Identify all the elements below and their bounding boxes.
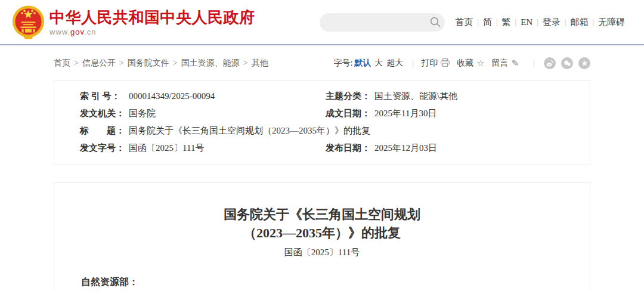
font-size-default[interactable]: 默认	[354, 58, 371, 69]
meta-agency-value: 国务院	[129, 105, 156, 122]
meta-row: 发文机关： 国务院 成文日期： 2025年11月30日	[54, 105, 590, 122]
weibo-share-icon[interactable]	[544, 57, 556, 69]
meta-agency-label: 发文机关：	[80, 105, 129, 122]
font-size-xlarge[interactable]: 超大	[386, 58, 403, 69]
meta-category-label: 主题分类：	[326, 88, 374, 105]
nav-mail[interactable]: 邮箱	[566, 17, 592, 28]
nav-simplified[interactable]: 简	[479, 17, 496, 28]
pencil-icon: ✎	[512, 59, 519, 68]
share-icons	[538, 57, 590, 69]
national-emblem-icon	[12, 5, 45, 41]
meta-index-label: 索 引 号：	[80, 88, 129, 105]
gov-logo[interactable]: 中华人民共和国中央人民政府 www.gov.cn	[12, 4, 255, 41]
page-tools: 字号: 默认 大 超大 | 打印 收藏 ☆ 留言 ✎ |	[333, 57, 590, 69]
toolbar-row: 首页 > 信息公开 > 国务院文件 > 国土资源、能源 > 其他 字号: 默认 …	[54, 57, 590, 70]
more-share-icon[interactable]	[578, 57, 590, 69]
breadcrumb-land-energy[interactable]: 国土资源、能源	[181, 58, 240, 69]
comment-button[interactable]: 留言 ✎	[492, 58, 519, 69]
breadcrumb-other[interactable]: 其他	[252, 58, 268, 69]
document-content-box: 国务院关于《长三角国土空间规划 （2023—2035年）》的批复 国函〔2025…	[54, 182, 590, 291]
meta-date-published-label: 发布日期：	[326, 140, 374, 157]
meta-date-published-value: 2025年12月03日	[374, 140, 437, 157]
site-title: 中华人民共和国中央人民政府	[49, 8, 255, 26]
site-url: www.gov.cn	[49, 27, 255, 36]
meta-doc-no-value: 国函〔2025〕111号	[129, 140, 204, 157]
meta-date-written-value: 2025年11月30日	[374, 105, 436, 122]
font-size-large[interactable]: 大	[374, 58, 383, 69]
meta-date-written-label: 成文日期：	[326, 105, 374, 122]
wechat-share-icon[interactable]	[561, 57, 573, 69]
nav-login[interactable]: 登录	[538, 17, 565, 28]
breadcrumb: 首页 > 信息公开 > 国务院文件 > 国土资源、能源 > 其他	[54, 58, 268, 69]
meta-row: 索 引 号： 000014349/2025-00094 主题分类： 国土资源、能…	[54, 88, 590, 105]
document-meta-box: 索 引 号： 000014349/2025-00094 主题分类： 国土资源、能…	[54, 81, 590, 165]
breadcrumb-state-council-docs[interactable]: 国务院文件	[128, 58, 169, 69]
document-number: 国函〔2025〕111号	[54, 247, 590, 258]
nav-english[interactable]: EN	[516, 17, 537, 27]
favorite-button[interactable]: 收藏 ☆	[457, 58, 484, 69]
breadcrumb-home[interactable]: 首页	[54, 58, 70, 69]
print-button[interactable]: 打印	[421, 58, 450, 69]
nav-accessibility[interactable]: 无障碍	[594, 17, 629, 28]
document-salutation: 自然资源部：	[81, 273, 563, 291]
meta-title-value: 国务院关于《长三角国土空间规划（2023—2035年）》的批复	[129, 122, 370, 140]
logo-text: 中华人民共和国中央人民政府 www.gov.cn	[49, 8, 255, 36]
top-nav: 首页 | 简 | 繁 | EN | 登录 | 邮箱 | 无障碍	[451, 17, 629, 28]
nav-traditional[interactable]: 繁	[498, 17, 515, 28]
meta-index-value: 000014349/2025-00094	[129, 88, 215, 105]
meta-title-label: 标 题：	[80, 122, 129, 140]
meta-category-value: 国土资源、能源\其他	[374, 88, 457, 105]
search-input[interactable]	[320, 13, 445, 32]
breadcrumb-info-disclosure[interactable]: 信息公开	[82, 58, 116, 69]
document-body: 自然资源部： 你部关于报请批准《长三角国土空间规划（2023—2035年）》的请…	[54, 273, 590, 291]
star-icon: ☆	[476, 59, 484, 68]
font-size-label: 字号:	[333, 58, 352, 69]
search-bar	[320, 13, 445, 32]
nav-home[interactable]: 首页	[451, 17, 477, 28]
printer-icon	[441, 58, 450, 69]
meta-row: 发文字号： 国函〔2025〕111号 发布日期： 2025年12月03日	[54, 140, 590, 157]
meta-row: 标 题： 国务院关于《长三角国土空间规划（2023—2035年）》的批复	[54, 122, 590, 140]
meta-doc-no-label: 发文字号：	[80, 140, 129, 157]
site-header: 中华人民共和国中央人民政府 www.gov.cn 首页 | 简 | 繁 | EN…	[0, 0, 644, 45]
document-title: 国务院关于《长三角国土空间规划 （2023—2035年）》的批复	[54, 205, 590, 242]
search-icon[interactable]	[429, 16, 441, 29]
